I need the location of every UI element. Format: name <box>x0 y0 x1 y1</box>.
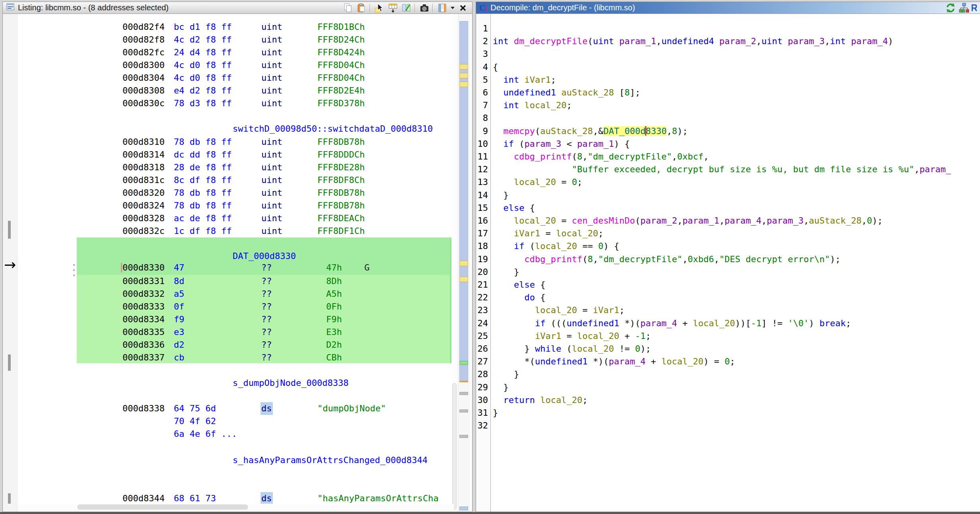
marker-mark[interactable] <box>459 381 468 382</box>
operand-field: FFF8DF1Ch <box>317 225 365 238</box>
marker-mark[interactable] <box>459 409 468 413</box>
graph-icon[interactable] <box>958 3 970 13</box>
decompiler-line[interactable]: 12 "Buffer exceeded, decrypt buf size is… <box>476 163 980 176</box>
listing-row[interactable]: 000d832c1c df f8 ffuintFFF8DF1Ch <box>3 225 450 238</box>
decompiler-line[interactable]: 1 <box>476 22 980 35</box>
listing-label[interactable]: switchD_00098d50::switchdataD_000d8310 <box>233 123 433 135</box>
scrollbar-thumb[interactable] <box>77 504 248 510</box>
decompiler-line[interactable]: 9 memcpy(auStack_28,&DAT_000d8330,8); <box>476 125 980 138</box>
marker-mark[interactable] <box>459 435 468 438</box>
toggle-header-icon[interactable] <box>387 3 399 13</box>
paste-icon[interactable] <box>356 3 368 13</box>
close-icon[interactable] <box>457 3 469 13</box>
toggle-view-icon[interactable] <box>436 3 448 13</box>
listing-row[interactable]: 000d8336d2??D2h <box>3 339 450 351</box>
listing-row[interactable]: 000d8334f9??F9h <box>3 313 450 326</box>
decompiler-body[interactable]: 12int dm_decryptFile(uint param_1,undefi… <box>476 14 980 512</box>
marker-mark[interactable] <box>459 276 468 282</box>
listing-label[interactable]: DAT_000d8330 <box>233 250 296 263</box>
decompiler-line[interactable]: 6 undefined1 auStack_28 [8]; <box>476 86 980 99</box>
marker-mark[interactable] <box>459 392 468 395</box>
copy-icon[interactable] <box>342 3 354 13</box>
decompiler-line[interactable]: 28 } <box>476 368 980 381</box>
listing-row[interactable]: 000d8308e4 d2 f8 ffuintFFF8D2E4h <box>3 84 450 97</box>
refresh-icon[interactable] <box>945 3 957 13</box>
decompiler-line[interactable]: 10 if (param_3 < param_1) { <box>476 138 980 150</box>
listing-row[interactable]: 000d83318d??8Dh <box>3 275 450 288</box>
listing-row[interactable]: 000d8332a5??A5h <box>3 288 450 300</box>
decompiler-line[interactable]: 13 local_20 = 0; <box>476 176 980 189</box>
decompiler-line[interactable]: 8 <box>476 112 980 125</box>
decompiler-titlebar[interactable]: Cf Decompile: dm_decryptFile - (libcmm.s… <box>476 2 980 14</box>
decompiler-line[interactable]: 4{ <box>476 61 980 74</box>
decompiler-line[interactable]: 17 iVar1 = local_20; <box>476 227 980 240</box>
marker-mark[interactable] <box>459 361 468 365</box>
decompiler-line[interactable]: 27 *(undefined1 *)(param_4 + local_20) =… <box>476 355 980 368</box>
listing-label[interactable]: s_hasAnyParamsOrAttrsChanged_000d8344 <box>233 454 428 467</box>
address-field: 000d8334 <box>122 313 165 326</box>
decompiler-line[interactable]: 16 local_20 = cen_desMinDo(param_2,param… <box>476 214 980 227</box>
marker-margin[interactable] <box>458 14 470 512</box>
decompiler-line[interactable]: 30 return local_20; <box>476 394 980 407</box>
decompiler-line[interactable]: 23 local_20 = iVar1; <box>476 304 980 317</box>
marker-mark[interactable] <box>459 261 468 266</box>
decompiler-line[interactable]: 26 } while (local_20 != 0); <box>476 343 980 355</box>
decompiler-line[interactable]: 32 <box>476 419 980 432</box>
cursor-selection-icon[interactable] <box>373 3 385 13</box>
scrollbar-thumb[interactable] <box>452 383 457 510</box>
listing-row[interactable]: 000d8328ac de f8 ffuintFFF8DEACh <box>3 212 450 225</box>
listing-row[interactable]: 000d831078 db f8 ffuintFFF8DB78h <box>3 136 450 148</box>
panel-splitter[interactable] <box>472 2 476 512</box>
decompiler-line[interactable]: 25 iVar1 = local_20 + -1; <box>476 330 980 343</box>
decompiler-line[interactable]: 11 cdbg_printf(8,"dm_decryptFile",0xbcf, <box>476 150 980 163</box>
marker-mark[interactable] <box>459 82 468 87</box>
address-field: 000d8330 <box>122 261 165 274</box>
decompiler-line[interactable]: 15 else { <box>476 202 980 214</box>
listing-row[interactable]: 70 4f 62 <box>3 415 450 428</box>
listing-row[interactable]: 000d831828 de f8 ffuintFFF8DE28h <box>3 161 450 174</box>
listing-row[interactable]: 000d8314dc dd f8 ffuintFFF8DDDCh <box>3 148 450 161</box>
decompiler-line[interactable]: 29 } <box>476 381 980 394</box>
dropdown-arrow-icon[interactable] <box>450 3 455 13</box>
listing-row[interactable]: 000d83044c d0 f8 ffuintFFF8D04Ch <box>3 72 450 84</box>
listing-horizontal-scrollbar[interactable] <box>18 504 454 511</box>
decompiler-line[interactable]: 21 else { <box>476 278 980 291</box>
decompiler-line[interactable]: 18 if (local_20 == 0) { <box>476 240 980 253</box>
listing-row[interactable]: 000d833864 75 6dds"dumpObjNode" <box>3 402 450 415</box>
decompiler-line[interactable]: 24 if (((undefined1 *)(param_4 + local_2… <box>476 317 980 330</box>
listing-row[interactable]: 000d830c78 d3 f8 ffuintFFF8D378h <box>3 97 450 110</box>
decompiler-line[interactable]: 3 <box>476 48 980 60</box>
decompiler-line[interactable]: 19 cdbg_printf(8,"dm_decryptFile",0xbd6,… <box>476 253 980 266</box>
listing-titlebar[interactable]: Listing: libcmm.so - (8 addresses select… <box>3 2 472 14</box>
snapshot-camera-icon[interactable] <box>418 3 430 13</box>
marker-mark[interactable] <box>459 73 468 78</box>
decompiler-line[interactable]: 22 do { <box>476 291 980 304</box>
decompiler-line[interactable]: 2int dm_decryptFile(uint param_1,undefin… <box>476 35 980 48</box>
listing-row[interactable]: 000d82fc24 d4 f8 ffuintFFF8D424h <box>3 46 450 59</box>
listing-row[interactable]: 000d832078 db f8 ffuintFFF8DB78h <box>3 187 450 199</box>
listing-row[interactable]: 000d832478 db f8 ffuintFFF8DB78h <box>3 199 450 212</box>
decompiler-line[interactable]: 7 int local_20; <box>476 99 980 112</box>
listing-row[interactable]: 000d82f4bc d1 f8 ffuintFFF8D1BCh <box>3 21 450 33</box>
partial-r-icon[interactable]: R <box>972 3 977 13</box>
listing-vertical-scrollbar[interactable] <box>452 14 457 512</box>
listing-row[interactable]: 000d8337cb??CBh <box>3 351 450 364</box>
decompiler-line[interactable]: 5 int iVar1; <box>476 74 980 86</box>
listing-row[interactable]: 000d8335e3??E3h <box>3 326 450 339</box>
marker-mark[interactable] <box>459 506 468 510</box>
listing-row[interactable]: 000d83330f??0Fh <box>3 300 450 313</box>
marker-mark[interactable] <box>459 64 468 70</box>
decompiler-line[interactable]: 31} <box>476 407 980 419</box>
listing-row[interactable]: 000d831c8c df f8 ffuintFFF8DF8Ch <box>3 174 450 187</box>
listing-body[interactable]: → 000d82f4bc d1 f8 ffuintFFF8D1BCh000d82… <box>3 14 472 512</box>
listing-row[interactable]: 000d834468 61 73ds"hasAnyParamsOrAttrsCh… <box>3 492 450 505</box>
listing-row[interactable]: 000d83004c d0 f8 ffuintFFF8D04Ch <box>3 59 450 72</box>
line-number: 16 <box>476 214 488 227</box>
listing-row[interactable]: 000d833047??47hG <box>3 261 450 274</box>
edit-fields-icon[interactable] <box>401 3 412 13</box>
listing-row[interactable]: 000d82f84c d2 f8 ffuintFFF8D24Ch <box>3 33 450 46</box>
listing-label[interactable]: s_dumpObjNode_000d8338 <box>233 377 348 389</box>
listing-row[interactable]: 6a 4e 6f ... <box>3 428 450 440</box>
decompiler-line[interactable]: 14 } <box>476 189 980 202</box>
decompiler-line[interactable]: 20 } <box>476 266 980 278</box>
